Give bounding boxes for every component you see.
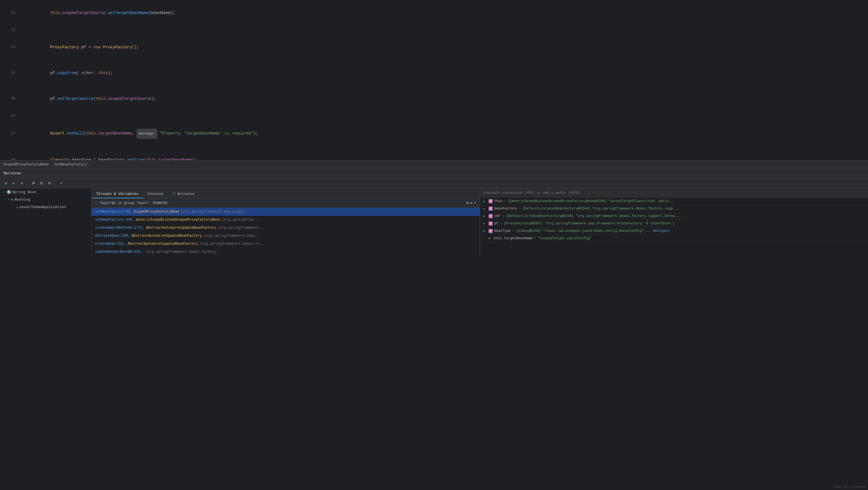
frame-5-package: (org.springframework.beans.factory... xyxy=(146,250,222,254)
run-icon: ▶ xyxy=(11,197,13,202)
tree-item-running[interactable]: ▾ ▶ Running xyxy=(0,196,91,203)
frame-2-class: AbstractAutowireCapableBeanFactory xyxy=(146,226,216,230)
line-num-93: 93 xyxy=(0,43,20,52)
frame-3-method: doCreateBean:599, xyxy=(95,234,130,238)
tree-item-spring-boot[interactable]: ▾ S Spring Boot xyxy=(0,188,91,196)
frame-0-method: setBeanFactory:99, xyxy=(95,210,132,214)
code-content-97: Assert.notNull(this.targetBeanName, mess… xyxy=(29,120,868,147)
navigate-link[interactable]: Navigate xyxy=(653,229,670,233)
frame-4-class: AbstractAutowireCapableBeanFactory xyxy=(128,242,198,246)
add-button[interactable]: + xyxy=(58,180,65,187)
var-value-beanfactory: {DefaultListableBeanFactory@6346} "org.s… xyxy=(522,207,679,211)
var-item-pf[interactable]: ▶ f pf = {ProxyFactory@6347} "org.spring… xyxy=(480,220,868,227)
tab-threads-label: Threads & Variables xyxy=(96,192,138,196)
frame-1-class: GenericScope$LockedScopedProxyFactoryBea… xyxy=(136,218,220,222)
var-name-cbf: cbf xyxy=(494,214,501,218)
var-eq-targetbeanname: = xyxy=(534,237,536,240)
debug-tabs: Threads & Variables Console ⬡ Actuator xyxy=(92,188,480,198)
tree-label-spring-boot: Spring Boot xyxy=(12,190,37,194)
tab-console[interactable]: Console xyxy=(143,190,168,198)
var-icon-pf: f xyxy=(489,221,493,225)
var-expand-cbf[interactable]: ▶ xyxy=(484,214,487,218)
eval-header: Evaluate expression (⌥F8) or add a watch… xyxy=(480,188,868,197)
tree-label-java-app: Java17DemoApplication xyxy=(19,205,66,209)
stack-frame-3[interactable]: doCreateBean:599, AbstractAutowireCapabl… xyxy=(92,232,480,240)
var-expand-this[interactable]: ▶ xyxy=(484,200,487,203)
var-eq-beantype: = xyxy=(513,229,515,233)
var-expand-pf[interactable]: ▶ xyxy=(484,222,487,225)
var-item-targetbeanname[interactable]: ▶ ∞ this.targetBeanName = "scopedTarget.… xyxy=(480,235,868,242)
services-toolbar: ↺ ▸ ✕ ⊞ ⊟ ⊟ + xyxy=(0,178,868,188)
dump-button[interactable]: ⊟ xyxy=(46,180,53,187)
stack-frame-5[interactable]: lambda$doGetBean$0:326, (org.springframe… xyxy=(92,248,480,256)
tab-actuator-label: Actuator xyxy=(177,192,195,196)
tree-item-java-app[interactable]: ▸ ☕ Java17DemoApplication xyxy=(0,203,91,211)
variables-list: ▶ f this = {GenericScope$LockedScopedPro… xyxy=(480,197,868,242)
code-line-96: 96 xyxy=(0,112,868,120)
code-line-98: 98 Class<?> beanType = beanFactory.getTy… xyxy=(0,147,868,160)
var-name-beantype: beanType xyxy=(494,229,511,233)
java-icon: ☕ xyxy=(16,205,18,209)
funnel-icon[interactable]: ⊟ xyxy=(470,201,472,205)
var-name-beanfactory: beanFactory xyxy=(494,207,517,211)
var-item-beanfactory[interactable]: ▶ f beanFactory = {DefaultListableBeanFa… xyxy=(480,205,868,212)
thread-header: ✓ "main"@1 in group "main": RUNNING ▼ ⊟ … xyxy=(92,198,480,208)
expand-button[interactable]: ▸ xyxy=(10,180,17,187)
var-value-this: {GenericScope$LockedScopedProxyFactoryBe… xyxy=(508,199,675,203)
var-name-this: this xyxy=(494,199,503,203)
close-button[interactable]: ✕ xyxy=(18,180,25,187)
code-line-97: 97 Assert.notNull(this.targetBeanName, m… xyxy=(0,120,868,147)
thread-check-icon: ✓ xyxy=(95,201,97,205)
var-eq-this: = xyxy=(504,199,506,203)
tab-actuator[interactable]: ⬡ Actuator xyxy=(168,190,200,198)
var-expand-beantype[interactable]: ▶ xyxy=(484,229,487,233)
var-icon-beantype: f xyxy=(489,229,493,233)
var-eq-beanfactory: = xyxy=(519,207,521,211)
breadcrumb: ScopedProxyFactoryBean › setBeanFactory(… xyxy=(0,160,868,169)
code-line-95: 95 pf.setTargetSource(this.scopedTargetS… xyxy=(0,86,868,112)
breadcrumb-method[interactable]: setBeanFactory() xyxy=(54,162,87,166)
stack-frames-list: setBeanFactory:99, ScopedProxyFactoryBea… xyxy=(92,208,480,256)
frame-0-package: (org.springframework.aop.scope) xyxy=(181,210,245,214)
dropdown-icon[interactable]: ▾ xyxy=(474,201,476,205)
code-line-94: 94 pf.copyFrom( other: this); xyxy=(0,60,868,86)
code-line-91: 91 this.scopedTargetSource.setTargetBean… xyxy=(0,0,868,26)
stack-frame-2[interactable]: invokeAwareMethods:1772, AbstractAutowir… xyxy=(92,224,480,232)
frame-5-method: lambda$doGetBean$0:326, xyxy=(95,250,143,254)
line-num-94: 94 xyxy=(0,69,20,77)
services-header: Services xyxy=(0,169,868,178)
filter-icon[interactable]: ▼ xyxy=(467,201,469,205)
code-line-92: 92 xyxy=(0,26,868,34)
thread-name: "main"@1 in group "main": RUNNING xyxy=(99,201,167,205)
filter-button[interactable]: ⊟ xyxy=(38,180,45,187)
actuator-icon: ⬡ xyxy=(173,191,176,196)
tab-threads-variables[interactable]: Threads & Variables xyxy=(92,190,143,198)
var-value-beantype: {Class@6348} "class com.example.java17de… xyxy=(516,229,650,233)
code-content-98: Class<?> beanType = beanFactory.getType(… xyxy=(29,147,868,160)
line-num-96: 96 xyxy=(0,112,20,120)
stack-frame-0[interactable]: setBeanFactory:99, ScopedProxyFactoryBea… xyxy=(92,208,480,216)
group-button[interactable]: ⊞ xyxy=(30,180,37,187)
var-item-beantype[interactable]: ▶ f beanType = {Class@6348} "class com.e… xyxy=(480,227,868,235)
refresh-button[interactable]: ↺ xyxy=(2,180,9,187)
stack-frame-1[interactable]: setBeanFactory:448, GenericScope$LockedS… xyxy=(92,216,480,224)
toolbar-separator-2 xyxy=(55,181,56,186)
eval-header-text: Evaluate expression (⌥F8) or add a watch… xyxy=(484,191,581,195)
frame-2-package: (org.springframework... xyxy=(218,226,266,230)
breadcrumb-class[interactable]: ScopedProxyFactoryBean xyxy=(3,162,49,166)
tree-label-running: Running xyxy=(14,197,30,202)
line-num-91: 91 xyxy=(0,8,20,17)
oo-icon: ∞ xyxy=(489,237,491,240)
code-line-93: 93 ProxyFactory pf = new ProxyFactory(); xyxy=(0,34,868,60)
frame-3-package: (org.springframework.bean... xyxy=(204,234,261,238)
stack-frame-4[interactable]: createBean:521, AbstractAutowireCapableB… xyxy=(92,240,480,248)
var-icon-cbf: f xyxy=(489,214,493,218)
var-item-cbf[interactable]: ▶ f cbf = {DefaultListableBeanFactory@63… xyxy=(480,212,868,220)
tab-console-label: Console xyxy=(148,192,163,196)
var-value-pf: {ProxyFactory@6347} "org.springframework… xyxy=(504,221,675,225)
var-name-targetbeanname: this.targetBeanName xyxy=(494,237,533,240)
var-item-this[interactable]: ▶ f this = {GenericScope$LockedScopedPro… xyxy=(480,197,868,205)
services-panel: Services ↺ ▸ ✕ ⊞ ⊟ ⊟ + ▾ S Spring Boot ▾… xyxy=(0,169,868,256)
var-expand-beanfactory[interactable]: ▶ xyxy=(484,207,487,210)
frame-4-method: createBean:521, xyxy=(95,242,126,246)
